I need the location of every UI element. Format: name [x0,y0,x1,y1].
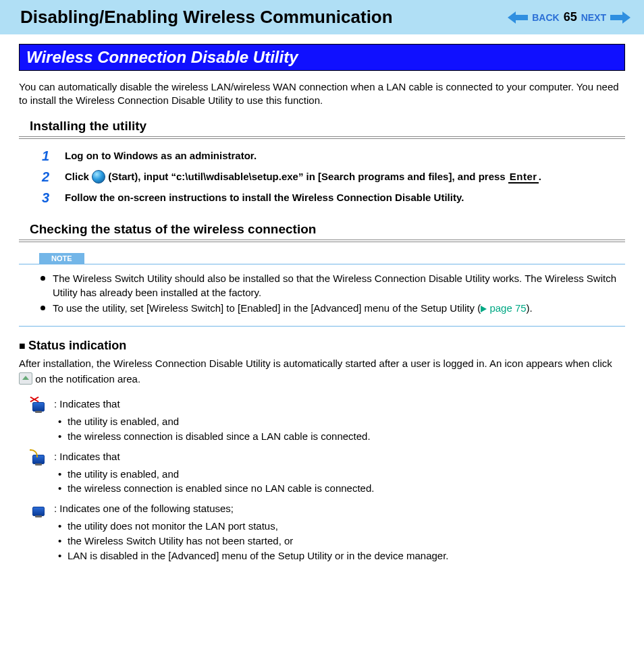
status-row-unknown: : Indicates one of the following statuse… [30,501,625,516]
list-item: the utility is enabled, and [58,467,625,482]
next-arrow-icon[interactable] [610,11,630,24]
page-nav: BACK 65 NEXT [508,10,630,24]
page-number: 65 [564,10,577,24]
wireless-unknown-icon [30,501,46,516]
step-text: Follow the on-screen instructions to ins… [65,190,464,206]
step-number: 1 [42,148,54,164]
step-text: Click (Start), input “c:\util\wdisable\s… [65,169,541,185]
link-arrow-icon [481,306,487,312]
intro-text: You can automatically disable the wirele… [19,80,625,108]
enter-key: Enter [508,171,539,184]
step-3: 3 Follow the on-screen instructions to i… [42,190,625,206]
status-heading: Status indication [19,339,625,353]
divider [19,240,625,242]
text: Click [65,171,92,182]
list-item: the utility is enabled, and [58,414,625,429]
note-item: To use the utility, set [Wireless Switch… [38,301,625,315]
step-number: 3 [42,190,54,206]
status-row-enabled: : Indicates that [30,449,625,464]
note-rule [19,264,625,264]
status-details: the utility is enabled, and the wireless… [58,414,625,444]
text: on the notification area. [32,373,140,385]
tray-expand-icon [19,372,32,385]
list-item: LAN is disabled in the [Advanced] menu o… [58,548,625,563]
list-item: the wireless connection is disabled sinc… [58,429,625,444]
wireless-enabled-icon [30,449,46,464]
note-label: NOTE [39,253,84,264]
svg-marker-1 [610,11,630,24]
status-label: : Indicates one of the following statuse… [54,501,234,516]
note-block: NOTE The Wireless Switch Utility should … [19,252,625,327]
svg-marker-0 [508,11,528,24]
text: To use the utility, set [Wireless Switch… [53,302,481,314]
status-label: : Indicates that [54,449,120,464]
status-details: the utility is enabled, and the wireless… [58,467,625,497]
text: After installation, the Wireless Connect… [19,358,612,369]
page-link[interactable]: page 75 [489,302,526,314]
list-item: the wireless connection is enabled since… [58,481,625,496]
note-rule [19,326,625,327]
divider [19,136,625,139]
back-button[interactable]: BACK [532,12,559,23]
wireless-disabled-icon [30,397,46,412]
list-item: the Wireless Switch Utility has not been… [58,534,625,548]
note-item: The Wireless Switch Utility should also … [38,271,625,300]
step-1: 1 Log on to Windows as an administrator. [42,148,625,164]
page-header: Disabling/Enabling Wireless Communicatio… [0,0,644,34]
install-heading: Installing the utility [30,119,625,134]
start-orb-icon [92,170,105,184]
section-banner: Wireless Connection Disable Utility [19,44,625,71]
step-2: 2 Click (Start), input “c:\util\wdisable… [42,169,625,185]
list-item: the utility does not monitor the LAN por… [58,519,625,534]
status-row-disabled: : Indicates that [30,397,625,412]
status-label: : Indicates that [54,397,120,412]
status-details: the utility does not monitor the LAN por… [58,519,625,563]
text: (Start), input “c:\util\wdisable\setup.e… [105,171,508,182]
step-text: Log on to Windows as an administrator. [65,148,257,164]
content: Wireless Connection Disable Utility You … [0,34,644,594]
text: . [539,171,541,182]
text: ). [527,302,533,314]
step-number: 2 [42,169,54,185]
back-arrow-icon[interactable] [508,11,528,24]
next-button[interactable]: NEXT [581,12,606,23]
note-list: The Wireless Switch Utility should also … [38,271,625,315]
page-title: Disabling/Enabling Wireless Communicatio… [20,7,393,28]
status-intro: After installation, the Wireless Connect… [19,357,625,387]
check-heading: Checking the status of the wireless conn… [30,222,625,237]
